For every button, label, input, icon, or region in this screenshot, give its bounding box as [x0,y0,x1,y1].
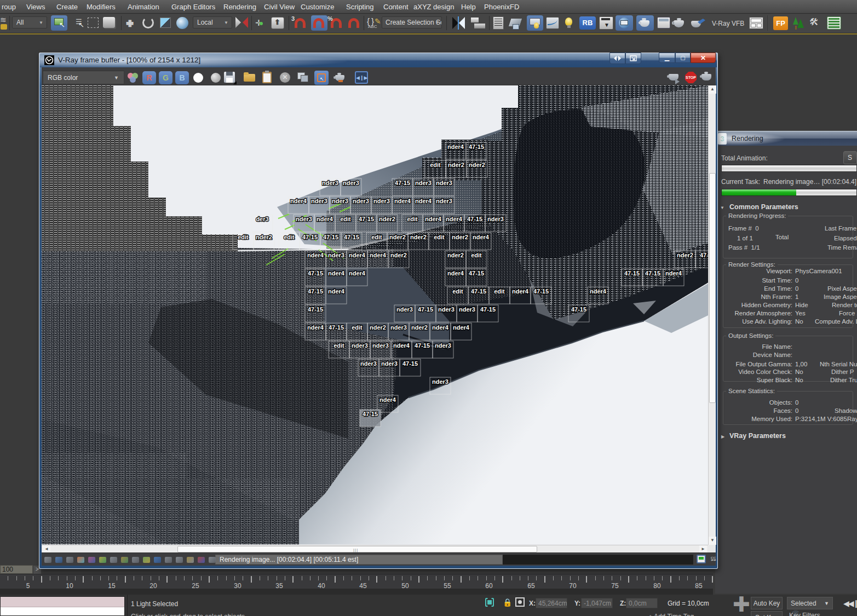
svg-text:edit: edit [434,234,445,240]
svg-text:nder3: nder3 [435,342,451,349]
svg-text:47-15: 47-15 [624,270,640,277]
svg-text:edit: edit [494,288,505,295]
svg-text:nder4: nder4 [453,324,470,331]
svg-text:edit: edit [340,216,351,222]
svg-text:nder2: nder2 [411,324,428,331]
svg-text:nder3: nder3 [436,198,452,204]
svg-text:nder2: nder2 [447,252,464,258]
svg-text:nder4: nder4 [328,270,345,277]
svg-text:nder3: nder3 [322,180,338,186]
svg-text:nder3: nder3 [438,306,455,313]
svg-text:47-15: 47-15 [308,270,323,277]
svg-text:nder4: nder4 [307,252,324,258]
svg-text:nder3: nder3 [352,342,368,349]
svg-text:nder2: nder2 [410,234,427,240]
svg-text:47-15: 47-15 [467,216,482,222]
svg-text:nder2: nder2 [390,252,407,258]
svg-text:47-15: 47-15 [469,270,484,277]
svg-text:47-15: 47-15 [533,288,549,295]
svg-text:nder3: nder3 [296,216,312,222]
svg-text:nder3: nder3 [459,306,475,313]
svg-text:edit: edit [371,234,382,240]
svg-text:nder4: nder4 [307,324,324,331]
svg-text:47-15: 47-15 [571,306,586,313]
svg-text:nder3: nder3 [360,360,377,367]
svg-text:47-15: 47-15 [415,342,430,349]
svg-text:edit: edit [471,252,482,258]
svg-text:nder4: nder4 [349,270,366,277]
svg-text:nder3: nder3 [373,198,390,204]
svg-text:nder3: nder3 [332,198,348,204]
svg-text:47-15: 47-15 [645,270,660,277]
svg-text:nder3: nder3 [390,324,407,331]
svg-text:edit: edit [352,324,363,331]
svg-text:47-15: 47-15 [363,411,378,417]
svg-text:nder3: nder3 [311,198,327,204]
svg-text:nder3: nder3 [353,198,369,204]
svg-text:nder4: nder4 [446,216,463,222]
svg-text:47-15: 47-15 [469,143,484,150]
svg-text:edit: edit [452,288,463,295]
svg-text:nder3: nder3 [372,342,389,349]
svg-text:edit: edit [430,162,441,168]
svg-text:47-1: 47-1 [700,252,708,258]
svg-text:47-15: 47-15 [402,360,418,367]
svg-text:nder4: nder4 [328,288,345,295]
svg-text:nder3: nder3 [343,180,359,186]
svg-text:47-15: 47-15 [418,306,433,313]
svg-text:nder2: nder2 [448,162,464,168]
svg-text:nder4: nder4 [370,252,387,258]
svg-text:nder4: nder4 [432,324,449,331]
svg-text:nder2: nder2 [469,162,485,168]
svg-text:edit: edit [407,216,418,222]
svg-text:47-15: 47-15 [395,180,410,186]
svg-text:nder3: nder3 [328,252,344,258]
svg-text:edit: edit [284,234,295,240]
svg-text:nder2: nder2 [379,216,395,222]
svg-text:47-15: 47-15 [308,306,323,313]
svg-text:der3: der3 [256,216,268,222]
svg-text:nder4: nder4 [590,288,607,295]
svg-text:nder3: nder3 [436,180,452,186]
svg-text:47-15: 47-15 [359,216,374,222]
svg-text:nder4: nder4 [425,216,442,222]
svg-text:nder2: nder2 [452,234,468,240]
svg-text:nder3: nder3 [381,360,398,367]
svg-text:47-15: 47-15 [344,234,359,240]
svg-text:nder3: nder3 [415,180,432,186]
svg-text:nder4: nder4 [415,198,432,204]
svg-text:nder4: nder4 [512,288,529,295]
svg-text:47-15: 47-15 [308,288,323,295]
svg-text:nder4: nder4 [290,198,307,204]
svg-text:47-15: 47-15 [471,288,486,295]
svg-text:nder4: nder4 [379,396,396,403]
svg-text:nder4: nder4 [447,270,464,277]
svg-text:edit: edit [238,234,249,240]
svg-text:nder3: nder3 [432,378,448,385]
svg-text:nder4: nder4 [473,234,490,240]
svg-text:nder4: nder4 [317,216,333,222]
svg-text:47-15: 47-15 [302,234,318,240]
svg-text:47-15: 47-15 [480,306,496,313]
svg-text:nder4: nder4 [665,270,682,277]
svg-text:47-15: 47-15 [323,234,338,240]
svg-text:nder4: nder4 [447,143,464,150]
svg-text:nder2: nder2 [677,252,693,258]
svg-text:nder3: nder3 [396,306,413,313]
svg-text:nder2: nder2 [256,234,272,240]
svg-text:nder4: nder4 [349,252,366,258]
svg-text:nder2: nder2 [370,324,386,331]
svg-text:47-15: 47-15 [329,324,344,331]
svg-text:nder2: nder2 [389,234,406,240]
svg-text:nder4: nder4 [394,198,411,204]
svg-text:nder4: nder4 [393,342,410,349]
svg-text:nder3: nder3 [487,216,504,222]
svg-text:edit: edit [333,342,344,349]
